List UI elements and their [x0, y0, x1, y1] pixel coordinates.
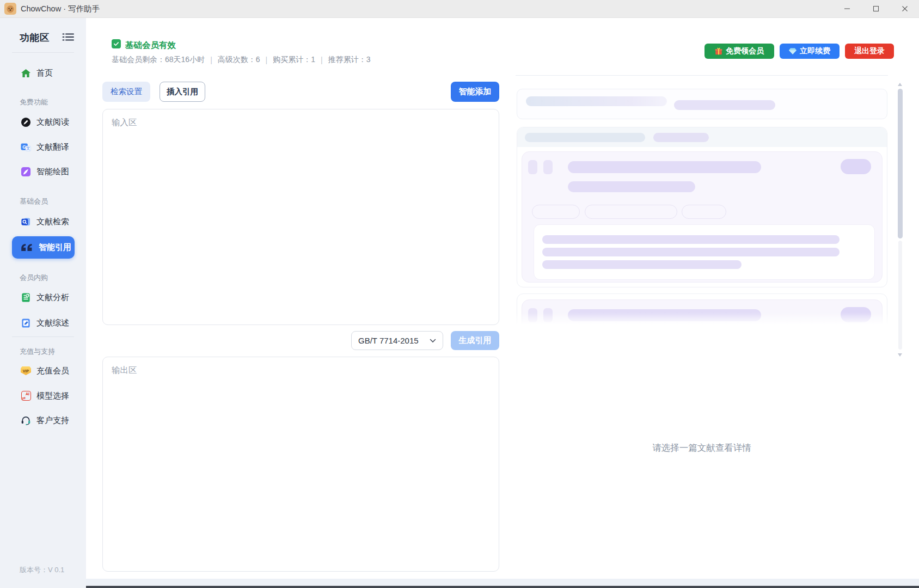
search-doc-icon	[21, 217, 31, 227]
skeleton-tag-outline	[682, 205, 726, 219]
detail-scrollbar[interactable]	[897, 83, 903, 357]
menu-toc-icon[interactable]	[61, 33, 75, 41]
app-title: ChowChow · 写作助手	[21, 0, 100, 18]
sidebar-item-reading[interactable]: 文献阅读	[12, 112, 75, 132]
renew-button[interactable]: 立即续费	[780, 44, 840, 59]
skeleton-chip	[543, 160, 553, 174]
sidebar-item-recharge[interactable]: VIP 充值会员	[12, 360, 75, 381]
claim-member-label: 免费领会员	[726, 46, 764, 56]
stat-separator: |	[210, 56, 212, 64]
bottom-strip	[86, 579, 919, 586]
section-label-free-features: 免费功能	[20, 97, 48, 107]
sidebar-item-drawing[interactable]: 智能绘图	[12, 161, 75, 182]
brush-icon	[21, 167, 31, 177]
search-settings-button[interactable]: 检索设置	[102, 82, 150, 102]
skeleton-card	[517, 127, 887, 287]
pen-circle-icon	[21, 117, 31, 127]
sidebar-item-customer-support[interactable]: 客户支持	[12, 410, 75, 431]
stat-separator: |	[266, 56, 268, 64]
gift-icon	[715, 47, 722, 55]
vip-text: VIP	[21, 366, 31, 375]
skeleton-tag-outline	[532, 205, 580, 219]
sidebar-item-citation[interactable]: 智能引用	[12, 236, 75, 259]
skeleton-bar	[653, 133, 709, 142]
maximize-icon	[873, 4, 879, 14]
bottom-window-edge	[86, 586, 919, 588]
skeleton-bar	[674, 100, 775, 110]
window-controls	[832, 0, 919, 18]
chart-doc-icon	[21, 292, 31, 303]
input-area-card	[102, 109, 499, 325]
titlebar: ChowChow · 写作助手	[0, 0, 919, 18]
sidebar-item-label: 首页	[36, 68, 53, 78]
skeleton-abstract-card	[534, 224, 875, 280]
section-label-basic-member: 基础会员	[20, 197, 48, 206]
skeleton-pill	[841, 159, 871, 174]
claim-member-button[interactable]: 免费领会员	[704, 44, 774, 59]
gem-icon	[789, 48, 797, 54]
minimize-button[interactable]	[832, 0, 861, 18]
insert-citation-button[interactable]: 插入引用	[160, 82, 205, 102]
sidebar-item-label: 客户支持	[36, 415, 69, 426]
sidebar-item-analysis[interactable]: 文献分析	[12, 287, 75, 308]
skeleton-bar	[526, 96, 667, 106]
translate-icon: G文	[21, 142, 31, 152]
stat-purchase-total: 购买累计：1	[273, 55, 315, 65]
sidebar-item-translate[interactable]: G文 文献翻译	[12, 137, 75, 157]
scrollbar-track[interactable]	[898, 241, 902, 350]
svg-text:文: 文	[26, 146, 30, 151]
version-label: 版本号：V 0.1	[20, 565, 64, 575]
member-check-icon	[112, 39, 121, 48]
sidebar-item-label: 智能绘图	[36, 167, 69, 177]
scrollbar-thumb[interactable]	[898, 89, 903, 238]
chevron-down-icon	[430, 339, 436, 343]
sidebar-item-label: 文献综述	[36, 318, 69, 328]
maximize-button[interactable]	[861, 0, 890, 18]
ai-text: AI	[26, 392, 29, 396]
scroll-down-icon[interactable]	[898, 353, 902, 357]
sidebar: 功能区 首页 免费功能 文献阅读 G文 文献翻译	[0, 18, 86, 588]
scroll-up-icon[interactable]	[898, 83, 902, 86]
skeleton-bar	[542, 260, 742, 269]
empty-detail-hint: 请选择一篇文献查看详情	[516, 442, 888, 454]
edit-doc-icon	[21, 318, 31, 328]
stat-separator: |	[321, 56, 323, 64]
vip-badge-icon: VIP	[21, 366, 31, 376]
skeleton-bar	[568, 161, 761, 173]
sidebar-header-title: 功能区	[20, 31, 50, 44]
generate-citation-button[interactable]: 生成引用	[451, 331, 499, 350]
sidebar-divider	[12, 336, 74, 337]
skeleton-bar	[542, 235, 840, 244]
minimize-icon	[844, 4, 850, 14]
skeleton-chip	[528, 160, 537, 174]
sidebar-item-review[interactable]: 文献综述	[12, 313, 75, 333]
sidebar-divider	[12, 52, 74, 53]
sidebar-item-home[interactable]: 首页	[12, 63, 75, 83]
citation-format-select[interactable]: GB/T 7714-2015	[351, 331, 443, 350]
renew-label: 立即续费	[800, 46, 830, 56]
output-area-card	[102, 357, 499, 572]
detail-panel	[516, 75, 888, 327]
skeleton-bar	[568, 181, 695, 192]
sidebar-item-search[interactable]: 文献检索	[12, 211, 75, 232]
headset-icon	[21, 415, 31, 426]
panel-fade	[516, 313, 888, 327]
skeleton-tag-outline	[585, 205, 677, 219]
membership-status: 基础会员有效	[125, 40, 176, 51]
sidebar-item-label: 文献翻译	[36, 142, 69, 152]
sidebar-item-label: 文献分析	[36, 292, 69, 303]
logout-button[interactable]: 退出登录	[845, 44, 894, 59]
sidebar-item-label: 充值会员	[36, 366, 69, 376]
close-button[interactable]	[890, 0, 919, 18]
ai-model-icon: AI ⇄	[21, 391, 31, 401]
sidebar-item-model[interactable]: AI ⇄ 模型选择	[12, 385, 75, 406]
skeleton-card	[517, 89, 887, 119]
section-label-recharge-support: 充值与支持	[20, 347, 55, 357]
skeleton-bar	[542, 248, 840, 256]
smart-add-button[interactable]: 智能添加	[451, 82, 499, 102]
close-icon	[902, 4, 908, 14]
quote-icon	[21, 243, 33, 252]
skeleton-card-header	[517, 127, 887, 147]
output-textarea[interactable]	[103, 357, 499, 571]
input-textarea[interactable]	[103, 109, 499, 324]
